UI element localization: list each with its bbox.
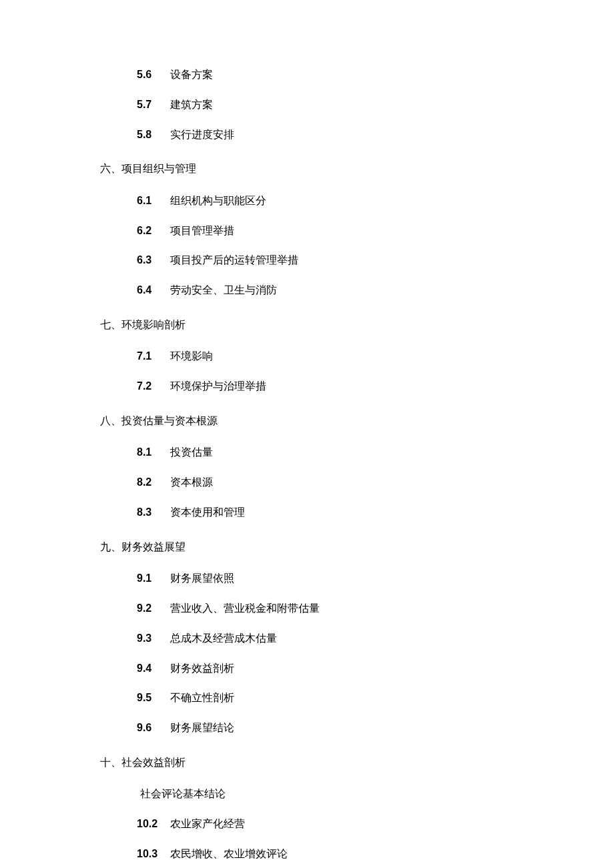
toc-subitem-unnumbered: 社会评论基本结论 [100,779,561,809]
toc-heading: 六、项目组织与管理 [100,156,561,181]
toc-item-text: 农民增收、农业增效评论 [170,839,288,868]
toc-subitem: 8.2资本根源 [100,468,561,498]
toc-item-text: 资本根源 [170,468,213,498]
toc-item-number: 10.2 [137,809,161,839]
toc-subitem: 5.8实行进度安排 [100,120,561,150]
toc-item-number: 6.4 [137,276,161,306]
toc-subitem: 10.2农业家产化经营 [100,809,561,839]
toc-item-text: 财务展望依照 [170,564,234,594]
toc-item-number: 8.2 [137,468,161,498]
toc-section: 七、环境影响剖析7.1环境影响7.2环境保护与治理举措 [100,312,561,402]
toc-item-number: 6.3 [137,246,161,276]
toc-item-text: 设备方案 [170,60,213,90]
toc-subitem: 9.4财务效益剖析 [100,654,561,684]
toc-subitem: 6.3项目投产后的运转管理举措 [100,246,561,276]
toc-item-number: 9.6 [137,713,161,743]
toc-item-number: 9.4 [137,654,161,684]
toc-subitem: 7.1环境影响 [100,342,561,372]
toc-item-text: 实行进度安排 [170,120,234,150]
toc-item-number: 8.1 [137,438,161,468]
toc-item-text: 项目投产后的运转管理举措 [170,246,298,276]
toc-item-number: 9.2 [137,594,161,624]
toc-section: 九、财务效益展望9.1财务展望依照9.2营业收入、营业税金和附带估量9.3总成木… [100,534,561,743]
toc-item-text: 组织机构与职能区分 [170,186,266,216]
toc-item-number: 9.5 [137,683,161,713]
toc-item-text: 劳动安全、卫生与消防 [170,276,277,306]
toc-subitem: 6.1组织机构与职能区分 [100,186,561,216]
toc-item-number: 7.2 [137,372,161,402]
toc-subitem: 9.2营业收入、营业税金和附带估量 [100,594,561,624]
toc-item-number: 5.6 [137,60,161,90]
toc-item-text: 农业家产化经营 [170,809,245,839]
toc-item-text: 财务效益剖析 [170,654,234,684]
toc-item-text: 建筑方案 [170,90,213,120]
toc-heading: 八、投资估量与资本根源 [100,408,561,434]
toc-item-number: 5.8 [137,120,161,150]
toc-item-number: 9.1 [137,564,161,594]
toc-item-number: 7.1 [137,342,161,372]
toc-subitem: 5.6设备方案 [100,60,561,90]
toc-section: 5.6设备方案5.7建筑方案5.8实行进度安排 [100,60,561,149]
toc-item-text: 环境保护与治理举措 [170,372,266,402]
toc-item-text: 营业收入、营业税金和附带估量 [170,594,320,624]
toc-item-text: 总成木及经营成木估量 [170,624,277,654]
toc-subitem: 5.7建筑方案 [100,90,561,120]
toc-heading: 十、社会效益剖析 [100,750,561,775]
toc-item-number: 10.3 [137,839,161,868]
toc-subitem: 6.4劳动安全、卫生与消防 [100,276,561,306]
toc-subitem: 6.2项目管理举措 [100,216,561,246]
toc-subitem: 9.3总成木及经营成木估量 [100,624,561,654]
toc-item-number: 9.3 [137,624,161,654]
toc-item-text: 资本使用和管理 [170,498,245,528]
toc-item-text: 财务展望结论 [170,713,234,743]
toc-subitem: 8.3资本使用和管理 [100,498,561,528]
toc-subitem: 9.6财务展望结论 [100,713,561,743]
toc-item-text: 投资估量 [170,438,213,468]
toc-subitem: 7.2环境保护与治理举措 [100,372,561,402]
toc-item-text: 不确立性剖析 [170,683,234,713]
toc-item-number: 6.2 [137,216,161,246]
toc-item-number: 6.1 [137,186,161,216]
toc-item-number: 8.3 [137,498,161,528]
toc-section: 六、项目组织与管理6.1组织机构与职能区分6.2项目管理举措6.3项目投产后的运… [100,156,561,306]
toc-item-text: 项目管理举措 [170,216,234,246]
toc-section: 八、投资估量与资本根源8.1投资估量8.2资本根源8.3资本使用和管理 [100,408,561,528]
toc-subitem: 8.1投资估量 [100,438,561,468]
toc-subitem: 9.1财务展望依照 [100,564,561,594]
toc-subitem: 9.5不确立性剖析 [100,683,561,713]
toc-item-text: 环境影响 [170,342,213,372]
toc-heading: 九、财务效益展望 [100,534,561,560]
table-of-contents: 5.6设备方案5.7建筑方案5.8实行进度安排六、项目组织与管理6.1组织机构与… [100,60,561,868]
toc-section: 十、社会效益剖析社会评论基本结论10.2农业家产化经营10.3农民增收、农业增效… [100,750,561,868]
toc-subitem: 10.3农民增收、农业增效评论 [100,839,561,868]
toc-item-number: 5.7 [137,90,161,120]
toc-heading: 七、环境影响剖析 [100,312,561,338]
